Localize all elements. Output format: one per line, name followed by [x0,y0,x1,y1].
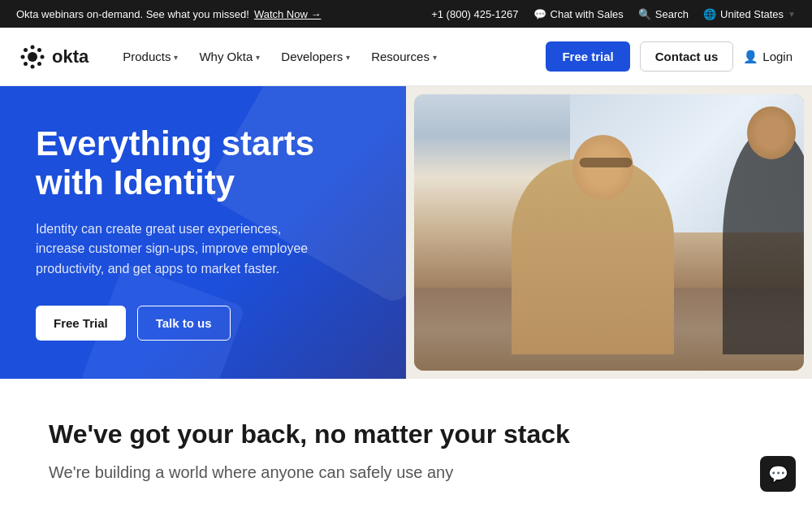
chat-with-sales-link[interactable]: 💬 Chat with Sales [533,8,624,20]
search-label: Search [655,8,689,20]
announcement-text-group: Okta webinars on-demand. See what you mi… [16,8,321,20]
svg-point-7 [37,48,41,52]
main-nav: okta Products ▾ Why Okta ▾ Developers ▾ … [0,28,812,86]
free-trial-button[interactable]: Free trial [546,41,629,72]
globe-icon: 🌐 [703,8,716,20]
okta-logo-icon [19,44,45,70]
nav-resources-label: Resources [371,50,430,63]
nav-why-okta-label: Why Okta [199,50,253,63]
nav-right-group: Free trial Contact us 👤 Login [546,41,793,72]
nav-item-products[interactable]: Products ▾ [114,43,186,70]
hero-photo [414,94,804,371]
logo-text: okta [52,46,89,67]
login-label: Login [762,50,793,63]
svg-point-8 [24,62,28,66]
nav-item-why-okta[interactable]: Why Okta ▾ [191,43,268,70]
nav-links: Products ▾ Why Okta ▾ Developers ▾ Resou… [114,43,445,70]
nav-developers-label: Developers [281,50,343,63]
chevron-down-icon: ▾ [256,53,260,62]
contact-us-button[interactable]: Contact us [640,41,734,72]
chevron-down-icon: ▾ [433,53,437,62]
chevron-down-icon: ▼ [788,10,796,19]
hero-right-panel [406,86,812,379]
nav-item-resources[interactable]: Resources ▾ [363,43,445,70]
nav-left-group: okta Products ▾ Why Okta ▾ Developers ▾ … [19,43,445,70]
svg-point-0 [28,52,37,62]
hero-heading: Everything starts with Identity [36,124,370,203]
okta-logo[interactable]: okta [19,44,89,70]
hero-free-trial-button[interactable]: Free Trial [36,306,126,341]
hero-talk-to-us-button[interactable]: Talk to us [137,306,231,341]
chat-bubble-icon: 💬 [768,464,788,484]
hero-buttons-group: Free Trial Talk to us [36,306,370,341]
svg-point-5 [24,48,28,52]
below-hero-heading: We've got your back, no matter your stac… [49,419,763,449]
below-hero-subtext: We're building a world where anyone can … [49,461,763,484]
chat-button[interactable]: 💬 [760,456,796,492]
chevron-down-icon: ▾ [346,53,350,62]
phone-number: +1 (800) 425-1267 [431,8,518,20]
nav-item-developers[interactable]: Developers ▾ [273,43,358,70]
phone-link[interactable]: +1 (800) 425-1267 [431,8,518,20]
chat-icon: 💬 [533,8,546,20]
region-selector[interactable]: 🌐 United States ▼ [703,8,796,20]
chat-label: Chat with Sales [551,8,624,20]
user-icon: 👤 [743,50,758,64]
svg-point-4 [41,54,45,59]
below-hero-section: We've got your back, no matter your stac… [0,379,812,508]
nav-products-label: Products [123,50,171,63]
announcement-right-group: +1 (800) 425-1267 💬 Chat with Sales 🔍 Se… [431,8,796,20]
region-label: United States [720,8,784,20]
search-link[interactable]: 🔍 Search [638,8,689,20]
login-button[interactable]: 👤 Login [743,50,793,64]
hero-subtext: Identity can create great user experienc… [36,219,328,280]
announcement-link[interactable]: Watch Now → [254,8,322,20]
hero-section: Everything starts with Identity Identity… [0,86,812,379]
svg-point-2 [31,64,35,68]
chevron-down-icon: ▾ [174,53,178,62]
svg-point-3 [21,54,25,59]
search-icon: 🔍 [638,8,651,20]
hero-left-panel: Everything starts with Identity Identity… [0,86,406,379]
announcement-text: Okta webinars on-demand. See what you mi… [16,8,249,20]
svg-point-6 [37,62,41,66]
svg-point-1 [31,45,35,49]
announcement-bar: Okta webinars on-demand. See what you mi… [0,0,812,28]
